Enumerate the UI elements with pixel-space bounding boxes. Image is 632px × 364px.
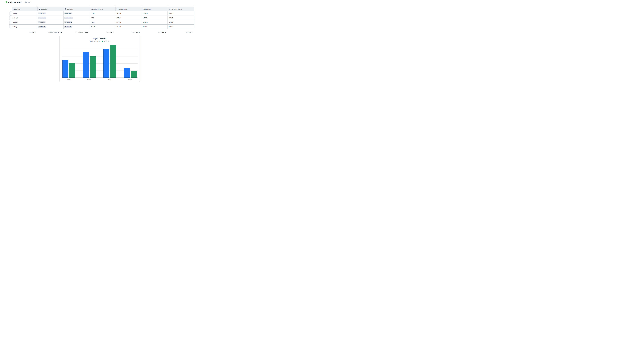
number-column-icon: #: [143, 8, 144, 10]
date-chip[interactable]: 1 SEP 2023: [38, 21, 46, 23]
date-chip[interactable]: 18 SEP 2023: [38, 26, 46, 28]
bar-actual-cost[interactable]: [131, 71, 137, 78]
bar-actual-cost[interactable]: [110, 45, 116, 78]
legend-dot-green: [102, 41, 103, 42]
aggregate-empty[interactable]: EMPTY 0: [12, 31, 37, 33]
date-chip[interactable]: 22 AUG 2023: [38, 17, 46, 19]
table-row: Activity 3 1 SEP 2023 18 JAN 2024 66.00 …: [9, 20, 194, 24]
column-header-remaining-days[interactable]: ƒx Remaining Days: [90, 7, 115, 11]
financials-chart-card[interactable]: Project Financials Allocated Budget Actu…: [60, 36, 140, 82]
cell-remaining-days[interactable]: -12.00: [90, 11, 115, 16]
row-drag-handle[interactable]: [9, 20, 12, 24]
cell-remaining-budget[interactable]: 400.00: [168, 11, 194, 16]
page-title[interactable]: Project tracker: [8, 1, 22, 3]
bar-allocated-budget[interactable]: [83, 52, 89, 78]
number-column-icon: #: [117, 8, 118, 10]
bar-group-activity-1: [63, 60, 75, 78]
cell-allocated-budget[interactable]: 1350.00: [115, 25, 141, 29]
cell-start-date[interactable]: 1 AUG 2023: [37, 11, 64, 16]
chart-title: Project Financials: [60, 38, 140, 40]
gridline-3000: [62, 56, 138, 56]
chart-plot-area: Activity 1 Activity 2 Activity 3 Activit…: [62, 44, 138, 78]
cell-actual-cost[interactable]: 4600.00: [141, 20, 168, 24]
column-header-start-date[interactable]: Start Date: [38, 7, 64, 11]
column-header-actual-cost[interactable]: # Actual Cost: [142, 7, 168, 11]
row-drag-handle[interactable]: [9, 16, 12, 20]
aggregate-sum-actual-cost[interactable]: SUM 10655: [142, 31, 168, 33]
column-handle-dot[interactable]: [63, 6, 64, 6]
table-row: Activity 4 18 SEP 2023 8 MAR 2024 116.00…: [9, 24, 194, 29]
bar-actual-cost[interactable]: [90, 56, 96, 78]
chevron-down-icon: [61, 31, 62, 33]
cell-activity[interactable]: Activity 2: [12, 16, 37, 20]
cell-activity[interactable]: Activity 3: [12, 20, 37, 24]
row-drag-handle[interactable]: [9, 25, 12, 29]
cell-remaining-budget[interactable]: 400.00: [168, 25, 194, 29]
date-chip[interactable]: 17 NOV 2023: [64, 17, 73, 19]
cell-remaining-budget[interactable]: -600.00: [168, 20, 194, 24]
date-chip[interactable]: 18 JAN 2024: [64, 21, 73, 23]
cell-start-date[interactable]: 1 SEP 2023: [37, 20, 64, 24]
cell-allocated-budget[interactable]: 4000.00: [115, 20, 141, 24]
aggregate-sum-remaining-days[interactable]: SUM 174: [90, 31, 115, 33]
column-header-remaining-budget[interactable]: ƒx Remaining Budget: [168, 7, 194, 11]
aggregate-sum-allocated-budget[interactable]: SUM 11450: [115, 31, 142, 33]
formula-icon: ƒx: [91, 8, 93, 10]
column-handle-dot[interactable]: [37, 6, 38, 6]
bar-allocated-budget[interactable]: [124, 68, 130, 78]
cell-activity[interactable]: Activity 1: [12, 11, 37, 16]
date-chip[interactable]: 8 MAR 2024: [64, 26, 72, 28]
page-icon: [6, 2, 7, 3]
column-handle-dot[interactable]: [90, 6, 90, 6]
x-axis-label: Activity 4: [124, 79, 137, 80]
legend-item-allocated-budget[interactable]: Allocated Budget: [90, 41, 100, 42]
cell-due-date[interactable]: 18 JAN 2024: [64, 20, 90, 24]
column-header-activities[interactable]: Aa Activities: [12, 7, 38, 11]
cell-actual-cost[interactable]: 950.00: [141, 25, 168, 29]
cell-due-date[interactable]: 17 NOV 2023: [64, 16, 90, 20]
cell-activity[interactable]: Activity 4: [12, 25, 37, 29]
row-drag-handle[interactable]: [9, 11, 12, 16]
bar-allocated-budget[interactable]: [103, 49, 109, 78]
aggregate-latest[interactable]: LATEST 8 Mar 2024: [64, 31, 90, 33]
cell-start-date[interactable]: 22 AUG 2023: [37, 16, 64, 20]
column-header-due-date[interactable]: Due Date: [64, 7, 90, 11]
bar-allocated-budget[interactable]: [63, 60, 68, 78]
cell-due-date[interactable]: 1 NOV 2023: [64, 11, 90, 16]
column-handle-dot[interactable]: [115, 6, 116, 6]
column-handle-dot[interactable]: [167, 6, 168, 6]
cell-allocated-budget[interactable]: 3600.00: [115, 16, 141, 20]
cell-actual-cost[interactable]: 3005.00: [141, 16, 168, 20]
cell-start-date[interactable]: 18 SEP 2023: [37, 25, 64, 29]
text-column-icon: Aa: [13, 8, 15, 10]
saved-status-label: Saved: [27, 2, 31, 3]
table-row: Activity 1 1 AUG 2023 1 NOV 2023 -12.00 …: [9, 11, 194, 16]
x-axis-label: Activity 2: [83, 79, 96, 80]
cell-due-date[interactable]: 8 MAR 2024: [64, 25, 90, 29]
column-handle-dot[interactable]: [194, 6, 195, 6]
calendar-icon: [65, 8, 67, 10]
saved-status-badge: Saved: [25, 2, 31, 3]
x-axis-label: Activity 1: [63, 79, 75, 80]
cell-remaining-days[interactable]: 4.00: [90, 16, 115, 20]
x-axis-tick: [89, 78, 90, 78]
column-header-allocated-budget[interactable]: # Allocated Budget: [115, 7, 142, 11]
chevron-down-icon: [165, 31, 166, 33]
cell-allocated-budget[interactable]: 2500.00: [115, 11, 141, 16]
cell-remaining-days[interactable]: 116.00: [90, 25, 115, 29]
x-axis-tick: [110, 78, 110, 78]
column-handle-dot[interactable]: [141, 6, 142, 6]
gridline-4000: [62, 49, 138, 50]
cell-actual-cost[interactable]: 2100.00: [141, 11, 168, 16]
aggregate-sum-remaining-budget[interactable]: SUM 795: [168, 31, 194, 33]
legend-item-actual-cost[interactable]: Actual Cost: [102, 41, 110, 42]
table-body: Activity 1 1 AUG 2023 1 NOV 2023 -12.00 …: [9, 11, 194, 29]
x-axis-label: Activity 3: [103, 79, 116, 80]
cell-remaining-budget[interactable]: 595.00: [168, 16, 194, 20]
bar-actual-cost[interactable]: [69, 63, 75, 78]
date-chip[interactable]: 1 AUG 2023: [38, 12, 46, 14]
cell-remaining-days[interactable]: 66.00: [90, 20, 115, 24]
date-chip[interactable]: 1 NOV 2023: [64, 12, 72, 14]
project-table: Aa Activities Start Date Due Date ƒx Rem…: [9, 7, 194, 29]
aggregate-earliest[interactable]: EARLIEST 1 Aug 2023: [37, 31, 64, 33]
